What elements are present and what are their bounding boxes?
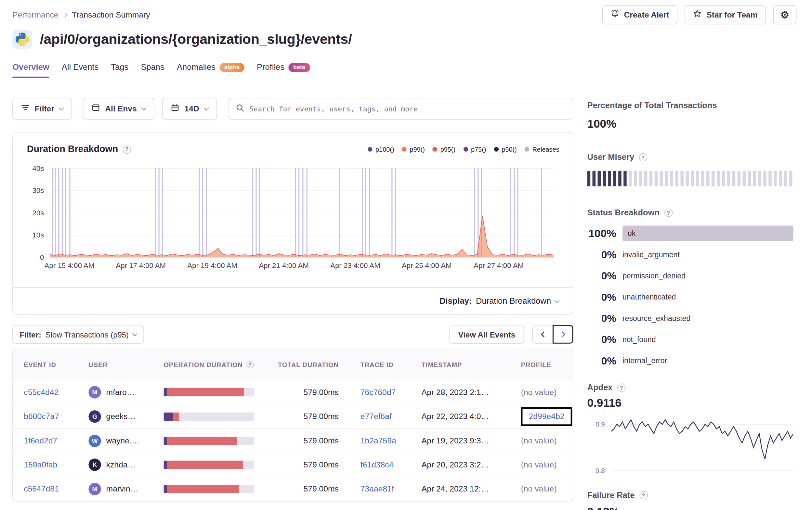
help-icon[interactable]: ? [639, 491, 647, 499]
event-id-link[interactable]: b600c7a7 [24, 412, 59, 421]
chevron-down-icon[interactable] [555, 298, 560, 303]
help-icon[interactable]: ? [246, 361, 254, 368]
trace-id-link[interactable]: 76c760d7 [360, 388, 396, 397]
status-row-ok: 100% ok [587, 226, 793, 241]
percent-total-section: Percentage of Total Transactions 100% [587, 101, 793, 131]
col-total-duration: TOTAL DURATION [275, 361, 360, 368]
operation-duration-bar [164, 485, 254, 493]
chart-title: Duration Breakdown [27, 144, 118, 155]
breadcrumb-current: Transaction Summary [72, 10, 150, 20]
table-row: 1f6ed2d7 Wwayne.… 579.00ms 1b2a759a Apr … [13, 428, 573, 452]
y-tick: 0 [13, 253, 44, 261]
legend-p95[interactable]: p95() [433, 146, 456, 153]
star-for-team-button[interactable]: Star for Team [685, 5, 766, 24]
legend-p100[interactable]: p100() [368, 146, 394, 153]
event-id-link[interactable]: c5647d81 [24, 484, 59, 493]
apdex-sparkline: 0.9 0.8 [587, 415, 793, 476]
events-table: EVENT ID USER OPERATION DURATION? TOTAL … [12, 349, 573, 501]
x-tick: Apr 23 4:00 AM [330, 262, 380, 270]
python-project-icon [12, 30, 32, 49]
operation-duration-bar [164, 437, 254, 445]
settings-button[interactable]: ⚙ [773, 5, 796, 24]
transactions-filter-dropdown[interactable]: Filter: Slow Transactions (p95) [12, 325, 144, 343]
create-alert-button[interactable]: Create Alert [602, 5, 677, 24]
filter-dropdown[interactable]: Filter [12, 98, 72, 120]
view-all-events-button[interactable]: View All Events [450, 325, 524, 343]
tab-all-events[interactable]: All Events [62, 63, 98, 78]
profile-value: (no value) [521, 436, 573, 446]
create-alert-label: Create Alert [624, 10, 669, 20]
profile-link[interactable]: 2d99e4b2 [529, 412, 564, 421]
profile-value: (no value) [521, 460, 573, 470]
next-page-button[interactable] [553, 325, 573, 343]
legend-p75[interactable]: p75() [463, 146, 486, 153]
y-tick: 10s [13, 231, 44, 239]
chevron-down-icon [141, 105, 146, 111]
x-tick: Apr 19 4:00 AM [187, 262, 237, 270]
date-range-dropdown[interactable]: 14D [162, 98, 217, 120]
help-icon[interactable]: ? [639, 153, 647, 161]
status-row: 0% internal_error [587, 353, 793, 369]
tab-overview[interactable]: Overview [12, 63, 49, 78]
user-name: mfaro… [106, 388, 135, 397]
x-tick: Apr 21 4:00 AM [259, 262, 309, 270]
user-misery-section: User Misery? [587, 153, 793, 186]
profile-value: (no value) [521, 484, 573, 494]
total-duration: 579.00ms [275, 388, 360, 397]
trace-id-link[interactable]: e77ef6af [360, 412, 392, 421]
tab-anomalies[interactable]: Anomalies alpha [177, 63, 244, 78]
col-user: USER [88, 361, 164, 368]
help-icon[interactable]: ? [664, 209, 672, 217]
legend-p50[interactable]: p50() [494, 146, 517, 153]
search-input[interactable] [249, 104, 566, 113]
trace-id-link[interactable]: f61d38c4 [360, 460, 394, 469]
trace-id-link[interactable]: 1b2a759a [360, 436, 396, 445]
event-id-link[interactable]: c55c4d42 [24, 388, 59, 397]
status-list: 100% ok 0% invalid_argument 0% permissio… [587, 226, 793, 369]
status-breakdown-section: Status Breakdown? 100% ok 0% invalid_arg… [587, 208, 793, 368]
environment-icon [92, 103, 100, 114]
display-dropdown[interactable]: Duration Breakdown [476, 296, 551, 306]
trace-id-link[interactable]: 73aae81f [360, 484, 394, 493]
status-row: 0% not_found [587, 332, 793, 347]
operation-duration-bar [164, 388, 254, 396]
display-label: Display: [439, 296, 472, 306]
timestamp: Apr 19, 2023 9:3… [422, 436, 521, 446]
col-trace-id: TRACE ID [360, 361, 422, 368]
status-row: 0% unauthenticated [587, 290, 793, 305]
duration-chart-xaxis: Apr 15 4:00 AM Apr 17 4:00 AM Apr 19 4:0… [50, 262, 554, 272]
y-tick: 20s [13, 209, 44, 217]
col-operation-duration: OPERATION DURATION? [164, 361, 275, 368]
x-tick: Apr 15 4:00 AM [44, 262, 94, 270]
previous-page-button[interactable] [532, 325, 553, 343]
tab-profiles[interactable]: Profiles beta [257, 63, 310, 78]
avatar: G [88, 411, 101, 423]
table-row: c5647d81 Mmarvin… 579.00ms 73aae81f Apr … [13, 477, 573, 501]
help-icon[interactable]: ? [123, 145, 131, 153]
breadcrumb-performance[interactable]: Performance [12, 10, 58, 20]
event-id-link[interactable]: 1f6ed2d7 [24, 436, 57, 445]
transaction-summary-page: Performance Transaction Summary Create A… [0, 0, 812, 510]
legend-releases[interactable]: Releases [525, 146, 559, 153]
filter-lines-icon [21, 103, 29, 114]
total-duration: 579.00ms [275, 460, 360, 470]
table-row: 159a0fab Kkzhda… 579.00ms f61d38c4 Apr 2… [13, 452, 573, 477]
total-duration: 579.00ms [275, 484, 360, 494]
avatar: M [88, 386, 101, 398]
event-id-link[interactable]: 159a0fab [24, 460, 57, 469]
tab-tags[interactable]: Tags [111, 63, 128, 78]
environment-dropdown[interactable]: All Envs [83, 98, 154, 120]
apdex-y-tick: 0.9 [587, 420, 605, 428]
operation-duration-bar [164, 413, 254, 421]
tab-spans[interactable]: Spans [141, 63, 164, 78]
legend-p99[interactable]: p99() [402, 146, 425, 153]
failure-rate-value: 0.12% [587, 505, 793, 510]
chevron-right-icon [559, 331, 565, 337]
total-duration: 579.00ms [275, 412, 360, 422]
profile-value: (no value) [521, 388, 573, 397]
chevron-down-icon [132, 331, 137, 336]
help-icon[interactable]: ? [617, 383, 626, 391]
summary-sidebar: Percentage of Total Transactions 100% Us… [587, 98, 793, 510]
user-name: kzhda… [106, 460, 136, 470]
col-event-id: EVENT ID [24, 361, 88, 368]
